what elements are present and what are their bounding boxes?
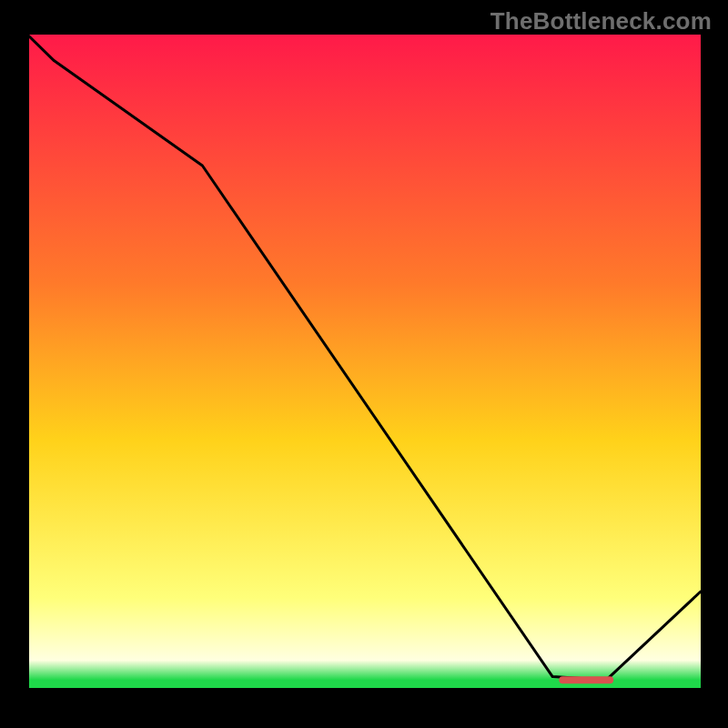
- watermark-text: TheBottleneck.com: [490, 7, 712, 35]
- gradient-bg: [27, 35, 701, 690]
- plot-area: [27, 35, 701, 701]
- chart-container: TheBottleneck.com: [0, 0, 728, 728]
- chart-svg: [27, 35, 701, 701]
